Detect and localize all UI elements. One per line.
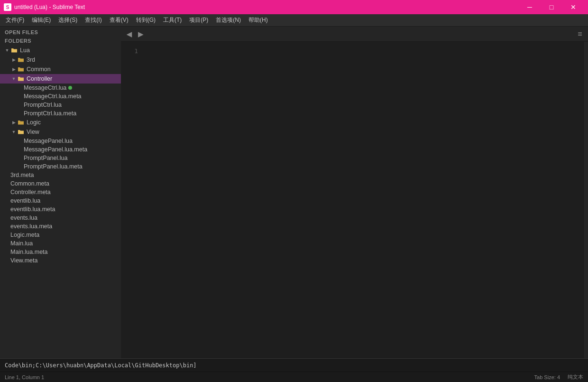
title-controls: ─ □ ✕ (519, 0, 584, 14)
menu-item-帮助h[interactable]: 帮助(H) (245, 15, 272, 26)
tree-item-mainLua[interactable]: Main.lua (0, 239, 121, 248)
tab-prev-button[interactable]: ◀ (124, 29, 134, 39)
file-label: eventlib.lua (10, 197, 40, 204)
tree-item-lua[interactable]: Lua (0, 46, 121, 55)
folder-arrow-open (10, 129, 17, 135)
file-label: events.lua (10, 214, 37, 221)
menu-item-项目p[interactable]: 项目(P) (185, 15, 212, 26)
title-left: S untitled (Lua) - Sublime Text (4, 3, 85, 11)
encoding-label[interactable]: 纯文本 (568, 373, 583, 381)
status-right: Tab Size: 4 纯文本 (534, 373, 583, 381)
tree-item-logicMeta[interactable]: Logic.meta (0, 231, 121, 239)
file-arrow-placeholder (4, 223, 10, 230)
file-arrow-placeholder (4, 180, 10, 187)
folder-arrow-open (4, 47, 10, 54)
open-files-label: OPEN FILES (0, 27, 121, 37)
editor-content: 1 (121, 42, 588, 358)
tree-item-messagePanel[interactable]: MessagePanel.lua (0, 137, 121, 145)
menu-item-文件f[interactable]: 文件(F) (2, 15, 28, 26)
path-text: Code\bin;C:\Users\huabn\AppData\Local\Gi… (5, 362, 197, 369)
file-label: Main.lua (10, 240, 33, 247)
file-arrow-placeholder (17, 110, 24, 117)
tab-size-label[interactable]: Tab Size: 4 (534, 374, 560, 380)
tree-item-messagePanelMeta[interactable]: MessagePanel.lua.meta (0, 145, 121, 154)
tree-item-controller[interactable]: Controller (0, 74, 121, 84)
folder-label: 3rd (27, 56, 35, 63)
menu-item-查看v[interactable]: 查看(V) (106, 15, 132, 26)
tab-next-button[interactable]: ▶ (135, 29, 146, 39)
editor-tabs-bar: ◀ ▶ ≡ (121, 27, 588, 42)
tree-item-3rd[interactable]: 3rd (0, 55, 121, 65)
tree-item-promptCtrl[interactable]: PromptCtrl.lua (0, 101, 121, 109)
folder-label: Common (27, 66, 51, 73)
tree-item-mainMeta[interactable]: Main.lua.meta (0, 248, 121, 256)
tree-item-commonMeta[interactable]: Common.meta (0, 179, 121, 188)
file-arrow-placeholder (17, 102, 24, 108)
tree-item-eventsMeta[interactable]: events.lua.meta (0, 222, 121, 231)
sidebar: OPEN FILES FOLDERS Lua 3rd Common Contro… (0, 27, 121, 358)
folder-arrow-closed (10, 66, 17, 73)
tree-item-promptCtrlMeta[interactable]: PromptCtrl.lua.meta (0, 109, 121, 118)
tree-item-viewMeta[interactable]: View.meta (0, 256, 121, 265)
file-label: MessagePanel.lua (24, 138, 73, 144)
tree-item-promptPanel[interactable]: PromptPanel.lua (0, 154, 121, 162)
folder-arrow-closed (10, 119, 17, 126)
file-label: MessageCtrl.lua.meta (24, 93, 82, 100)
folder-label: Lua (20, 47, 30, 54)
file-arrow-placeholder (17, 93, 24, 100)
editor-menu-button[interactable]: ≡ (575, 29, 585, 39)
tree-item-eventlibMeta[interactable]: eventlib.lua.meta (0, 205, 121, 214)
title-bar: S untitled (Lua) - Sublime Text ─ □ ✕ (0, 0, 588, 14)
tree-item-eventlibLua[interactable]: eventlib.lua (0, 196, 121, 205)
file-label: PromptPanel.lua.meta (24, 163, 83, 170)
tree-item-controllerMeta[interactable]: Controller.meta (0, 188, 121, 196)
file-label: PromptCtrl.lua.meta (24, 110, 76, 117)
file-arrow-placeholder (4, 189, 10, 196)
maximize-button[interactable]: □ (541, 0, 562, 14)
tree-item-eventsLua[interactable]: events.lua (0, 214, 121, 222)
file-label: Common.meta (10, 180, 49, 187)
file-arrow-placeholder (4, 240, 10, 247)
file-label: MessageCtrl.lua (24, 84, 66, 91)
menu-item-选择s[interactable]: 选择(S) (55, 15, 81, 26)
file-arrow-placeholder (4, 249, 10, 255)
folder-icon (17, 119, 25, 126)
status-left: Line 1, Column 1 (5, 374, 44, 380)
file-label: events.lua.meta (10, 223, 52, 230)
code-editor[interactable] (144, 42, 583, 358)
file-arrow-placeholder (17, 84, 24, 91)
tree-item-view[interactable]: View (0, 127, 121, 137)
folder-icon (17, 128, 25, 136)
file-label: eventlib.lua.meta (10, 206, 55, 213)
folder-icon (10, 47, 18, 54)
menu-item-工具t[interactable]: 工具(T) (159, 15, 185, 26)
close-button[interactable]: ✕ (562, 0, 584, 14)
app-icon: S (4, 3, 11, 11)
menu-item-转到g[interactable]: 转到(G) (132, 15, 159, 26)
menu-item-查找i[interactable]: 查找(I) (81, 15, 105, 26)
tree-item-3rdMeta[interactable]: 3rd.meta (0, 171, 121, 179)
bottom-path-bar: Code\bin;C:\Users\huabn\AppData\Local\Gi… (0, 358, 588, 372)
menu-item-编辑e[interactable]: 编辑(E) (28, 15, 55, 26)
file-arrow-placeholder (4, 257, 10, 264)
folder-label: Controller (27, 75, 52, 82)
folder-icon (17, 56, 25, 64)
tree-item-messageCtrl[interactable]: MessageCtrl.lua (0, 84, 121, 92)
tree-item-logic[interactable]: Logic (0, 118, 121, 127)
folder-arrow-closed (10, 56, 17, 63)
sidebar-tree: Lua 3rd Common ControllerMessageCtrl.lua… (0, 46, 121, 358)
menu-item-首选项n[interactable]: 首选项(N) (212, 15, 245, 26)
file-label: Logic.meta (10, 232, 39, 238)
tree-item-messageCtrlMeta[interactable]: MessageCtrl.lua.meta (0, 92, 121, 101)
tree-item-common[interactable]: Common (0, 65, 121, 74)
file-arrow-placeholder (4, 197, 10, 204)
file-label: 3rd.meta (10, 172, 34, 178)
file-arrow-placeholder (17, 155, 24, 161)
folder-label: View (27, 129, 39, 135)
folder-arrow-open (10, 75, 17, 82)
file-arrow-placeholder (17, 138, 24, 144)
scrollbar-vertical[interactable] (583, 42, 588, 358)
tree-item-promptPanelMeta[interactable]: PromptPanel.lua.meta (0, 162, 121, 171)
minimize-button[interactable]: ─ (519, 0, 541, 14)
modified-dot (68, 86, 72, 90)
